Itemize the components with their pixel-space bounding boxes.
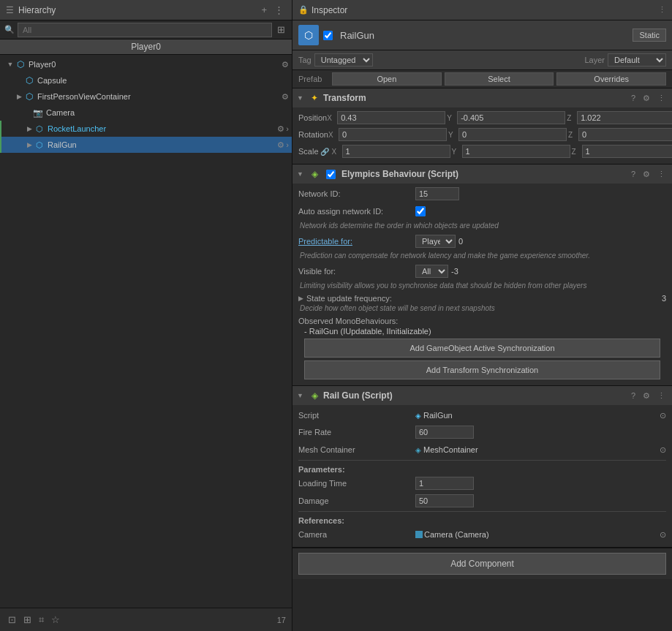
mesh-container-value: MeshContainer	[423, 445, 478, 454]
predictable-select[interactable]: Playe	[415, 235, 456, 248]
search-clear-btn[interactable]: ⊞	[275, 23, 287, 37]
references-divider	[298, 511, 666, 512]
scale-x-input[interactable]	[342, 145, 450, 158]
transform-icon: ✦	[309, 92, 320, 104]
capsule-label: Capsule	[37, 76, 289, 85]
camera-arrow	[23, 108, 32, 117]
add-component-btn[interactable]: Add Component	[298, 553, 666, 575]
hierarchy-menu-btn[interactable]: ⋮	[272, 3, 286, 17]
tree-item-camera[interactable]: 📷 Camera	[0, 105, 292, 121]
bottom-icon2-btn[interactable]: ⊞	[21, 613, 34, 627]
railgun-help-btn[interactable]: ?	[629, 390, 638, 401]
state-freq-header[interactable]: ▶ State update frequency: 3	[298, 294, 666, 303]
inspector-lock-icon[interactable]: 🔒	[298, 5, 309, 15]
tag-select[interactable]: Untagged	[314, 53, 373, 67]
railgun-gear1-icon: ⚙	[277, 140, 284, 150]
railgun-header[interactable]: ▼ ◈ Rail Gun (Script) ? ⚙ ⋮	[292, 386, 672, 405]
inspector-menu-icon[interactable]: ⋮	[658, 5, 666, 15]
elympics-help-btn[interactable]: ?	[629, 169, 638, 180]
railgun-menu-btn[interactable]: ⋮	[655, 390, 668, 401]
firstperson-label: FirstPersonViewContainer	[37, 92, 282, 101]
damage-input[interactable]	[415, 494, 474, 507]
add-gameobject-sync-btn[interactable]: Add GameObject Active Synchronization	[304, 339, 660, 358]
mesh-container-target-icon[interactable]: ⊙	[660, 445, 666, 455]
tree-item-rocketlauncher[interactable]: ▶ ⬡ RocketLauncher ⚙ ›	[0, 121, 292, 137]
elympics-header[interactable]: ▼ ◈ Elympics Behaviour (Script) ? ⚙ ⋮	[292, 165, 672, 184]
script-row: Script ◈ RailGun ⊙	[298, 408, 666, 423]
player0-label: Player0	[29, 60, 282, 69]
predictable-extra: 0	[458, 237, 463, 246]
tree-item-player0[interactable]: ▼ ⬡ Player0 ⚙	[0, 56, 292, 72]
predictable-row: Predictable for: Playe 0	[298, 234, 666, 249]
parameters-label: Parameters:	[298, 465, 666, 474]
transform-settings-btn[interactable]: ⚙	[641, 93, 652, 104]
tag-layer-row: Tag Untagged Layer Default	[292, 50, 672, 70]
camera-target-icon[interactable]: ⊙	[660, 530, 666, 540]
search-input[interactable]	[18, 23, 272, 37]
static-button[interactable]: Static	[633, 29, 666, 42]
script-target-icon[interactable]: ⊙	[660, 411, 666, 420]
object-icon: ⬡	[298, 25, 319, 45]
hierarchy-header: ☰ Hierarchy + ⋮	[0, 0, 292, 20]
prefab-overrides-btn[interactable]: Overrides	[556, 72, 666, 86]
rot-x-input[interactable]	[339, 128, 447, 141]
script-value: RailGun	[423, 411, 453, 420]
elympics-active-checkbox[interactable]	[326, 170, 336, 179]
add-component-bar: Add Component	[292, 548, 672, 579]
transform-header[interactable]: ▼ ✦ Transform ? ⚙ ⋮	[292, 88, 672, 107]
fire-rate-input[interactable]	[415, 426, 474, 439]
layer-select[interactable]: Default	[608, 53, 666, 67]
scale-z-input[interactable]	[582, 145, 672, 158]
scale-x-label: X	[332, 148, 341, 156]
bottom-star-btn[interactable]: ☆	[49, 613, 62, 627]
auto-assign-checkbox[interactable]	[415, 206, 426, 216]
loading-time-input[interactable]	[415, 477, 474, 490]
prefab-select-btn[interactable]: Select	[445, 72, 554, 86]
pos-y-input[interactable]	[457, 111, 565, 124]
transform-arrow-icon: ▼	[297, 94, 306, 102]
add-transform-sync-btn[interactable]: Add Transform Synchronization	[304, 360, 660, 379]
object-active-checkbox[interactable]	[323, 31, 333, 40]
fire-rate-label: Fire Rate	[298, 428, 415, 437]
rot-z-input[interactable]	[578, 128, 672, 141]
mesh-container-icon: ◈	[415, 446, 421, 454]
rot-y-input[interactable]	[458, 128, 567, 141]
scale-label: Scale	[298, 147, 319, 156]
firstperson-gear-icon: ⚙	[282, 92, 289, 102]
elympics-icon: ◈	[309, 168, 320, 180]
rotation-label: Rotation	[298, 130, 328, 139]
prefab-open-btn[interactable]: Open	[332, 72, 442, 86]
transform-help-btn[interactable]: ?	[629, 93, 638, 104]
bottom-icon3-btn[interactable]: ⌗	[37, 613, 46, 627]
rot-x-label: X	[328, 131, 337, 139]
observed-section: Observed MonoBehaviours: - RailGun (IUpd…	[298, 317, 666, 336]
predictable-label[interactable]: Predictable for:	[298, 237, 415, 246]
scale-row: Scale 🔗 X Y Z	[298, 144, 666, 159]
rot-z-label: Z	[568, 131, 577, 139]
tree-item-firstperson[interactable]: ▶ ⬡ FirstPersonViewContainer ⚙	[0, 88, 292, 105]
damage-label: Damage	[298, 496, 415, 505]
auto-assign-row: Auto assign network ID:	[298, 204, 666, 219]
loading-time-row: Loading Time	[298, 476, 666, 491]
transform-menu-btn[interactable]: ⋮	[655, 93, 668, 104]
scale-y-input[interactable]	[462, 145, 570, 158]
tree-item-capsule[interactable]: ⬡ Capsule	[0, 72, 292, 88]
pos-x-input[interactable]	[337, 111, 445, 124]
visible-extra: -3	[451, 267, 458, 276]
fire-rate-row: Fire Rate	[298, 425, 666, 439]
railgun-settings-btn[interactable]: ⚙	[641, 390, 652, 401]
script-label: Script	[298, 411, 415, 420]
position-row: Position X Y Z	[298, 110, 666, 125]
network-id-input[interactable]	[415, 187, 459, 200]
hierarchy-add-btn[interactable]: +	[259, 3, 269, 17]
elympics-settings-btn[interactable]: ⚙	[641, 169, 652, 180]
loading-time-label: Loading Time	[298, 479, 415, 488]
tree-item-railgun[interactable]: ▶ ⬡ RailGun ⚙ ›	[0, 137, 292, 153]
pos-y-label: Y	[447, 114, 456, 122]
bottom-icon1-btn[interactable]: ⊡	[6, 613, 18, 627]
pos-z-input[interactable]	[577, 111, 672, 124]
elympics-menu-btn[interactable]: ⋮	[655, 169, 668, 180]
rotation-row: Rotation X Y Z	[298, 127, 666, 142]
object-header: ⬡ RailGun Static	[292, 20, 672, 50]
visible-select[interactable]: All	[415, 265, 448, 278]
